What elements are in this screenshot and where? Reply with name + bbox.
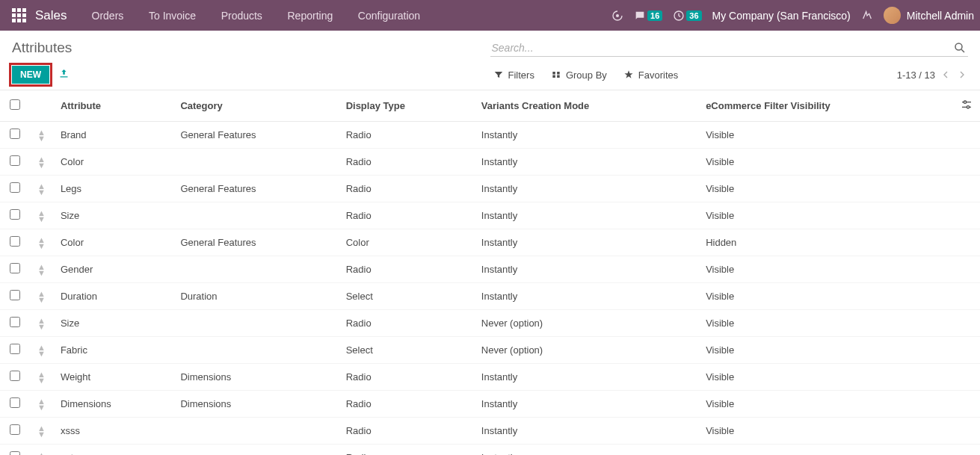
col-ecom[interactable]: eCommerce Filter Visibility xyxy=(698,90,953,122)
row-checkbox[interactable] xyxy=(10,424,20,435)
cell-attribute: Size xyxy=(53,202,173,229)
table-row[interactable]: ▲▼ColorGeneral FeaturesColorInstantlyHid… xyxy=(0,229,980,256)
activities-icon[interactable]: 36 xyxy=(673,10,701,22)
pager-prev-icon[interactable] xyxy=(940,69,952,81)
drag-handle-icon[interactable]: ▲▼ xyxy=(30,122,53,149)
search-icon[interactable] xyxy=(953,41,967,55)
drag-handle-icon[interactable]: ▲▼ xyxy=(30,202,53,229)
messages-icon[interactable]: 16 xyxy=(634,10,662,22)
cell-attribute: Brand xyxy=(53,122,173,149)
menu-products[interactable]: Products xyxy=(221,10,262,22)
drag-handle-icon[interactable]: ▲▼ xyxy=(30,391,53,418)
drag-handle-icon[interactable]: ▲▼ xyxy=(30,229,53,256)
pager-next-icon[interactable] xyxy=(956,69,968,81)
row-checkbox[interactable] xyxy=(10,209,20,220)
drag-handle-icon[interactable]: ▲▼ xyxy=(30,337,53,364)
table-row[interactable]: ▲▼GenderRadioInstantlyVisible xyxy=(0,256,980,283)
table-header-row: Attribute Category Display Type Variants… xyxy=(0,90,980,122)
table-row[interactable]: ▲▼ColorRadioInstantlyVisible xyxy=(0,149,980,176)
cell-ecom: Visible xyxy=(698,310,953,337)
row-checkbox[interactable] xyxy=(10,371,20,381)
menu-reporting[interactable]: Reporting xyxy=(288,10,333,22)
search-input[interactable] xyxy=(492,42,954,54)
control-panel: NEW Filters Group By Favorites 1-13 / 13 xyxy=(0,61,980,90)
company-selector[interactable]: My Company (San Francisco) xyxy=(712,10,851,22)
cell-variants: Instantly xyxy=(474,122,698,149)
cell-variants: Instantly xyxy=(474,176,698,202)
cell-attribute: Weight xyxy=(53,364,173,391)
table-row[interactable]: ▲▼WeightDimensionsRadioInstantlyVisible xyxy=(0,364,980,391)
row-checkbox[interactable] xyxy=(10,317,20,327)
cell-variants: Never (option) xyxy=(474,337,698,364)
apps-icon[interactable] xyxy=(12,8,26,22)
cell-attribute: Size xyxy=(53,310,173,337)
row-checkbox[interactable] xyxy=(10,155,20,166)
menu-orders[interactable]: Orders xyxy=(92,10,124,22)
row-checkbox[interactable] xyxy=(10,290,20,300)
cell-attribute: Gender xyxy=(53,256,173,283)
row-checkbox[interactable] xyxy=(10,451,20,455)
topbar-menu: Orders To Invoice Products Reporting Con… xyxy=(81,10,432,22)
drag-handle-icon[interactable]: ▲▼ xyxy=(30,283,53,310)
col-category[interactable]: Category xyxy=(173,90,338,122)
row-checkbox[interactable] xyxy=(10,344,20,354)
col-attribute[interactable]: Attribute xyxy=(53,90,173,122)
menu-configuration[interactable]: Configuration xyxy=(358,10,420,22)
table-row[interactable]: ▲▼FabricSelectNever (option)Visible xyxy=(0,337,980,364)
table-row[interactable]: ▲▼LegsGeneral FeaturesRadioInstantlyVisi… xyxy=(0,176,980,202)
cell-ecom: Visible xyxy=(698,364,953,391)
cell-attribute: Color xyxy=(53,149,173,176)
cell-variants: Instantly xyxy=(474,418,698,445)
favorites-button[interactable]: Favorites xyxy=(623,69,678,81)
cell-attribute: Legs xyxy=(53,176,173,202)
drag-handle-icon[interactable]: ▲▼ xyxy=(30,310,53,337)
cell-display: Radio xyxy=(339,256,474,283)
table-row[interactable]: ▲▼xsssRadioInstantlyVisible xyxy=(0,418,980,445)
cell-display: Radio xyxy=(339,364,474,391)
row-checkbox[interactable] xyxy=(10,236,20,247)
table-row[interactable]: ▲▼BrandGeneral FeaturesRadioInstantlyVis… xyxy=(0,122,980,149)
pager-text[interactable]: 1-13 / 13 xyxy=(897,69,935,81)
upload-icon[interactable] xyxy=(58,68,70,81)
row-checkbox[interactable] xyxy=(10,397,20,408)
row-checkbox[interactable] xyxy=(10,129,20,139)
col-variants[interactable]: Variants Creation Mode xyxy=(474,90,698,122)
drag-handle-icon[interactable]: ▲▼ xyxy=(30,364,53,391)
cell-attribute: Color xyxy=(53,229,173,256)
search-bar[interactable] xyxy=(490,40,969,57)
brand[interactable]: Sales xyxy=(35,8,67,23)
cell-category xyxy=(173,337,338,364)
user-menu[interactable]: Mitchell Admin xyxy=(884,7,974,24)
cell-ecom xyxy=(698,445,953,456)
cell-ecom: Visible xyxy=(698,283,953,310)
cell-display: Radio xyxy=(339,418,474,445)
cell-ecom: Visible xyxy=(698,176,953,202)
cell-attribute: Duration xyxy=(53,283,173,310)
filters-button[interactable]: Filters xyxy=(493,69,534,81)
svg-point-3 xyxy=(964,101,966,103)
table-row[interactable]: ▲▼DimensionsDimensionsRadioInstantlyVisi… xyxy=(0,391,980,418)
table-row[interactable]: ▲▼SizeRadioNever (option)Visible xyxy=(0,310,980,337)
debug-icon[interactable] xyxy=(861,10,873,22)
groupby-button[interactable]: Group By xyxy=(551,69,607,81)
table-row[interactable]: ▲▼DurationDurationSelectInstantlyVisible xyxy=(0,283,980,310)
drag-handle-icon[interactable]: ▲▼ xyxy=(30,149,53,176)
drag-handle-icon[interactable]: ▲▼ xyxy=(30,176,53,202)
row-checkbox[interactable] xyxy=(10,263,20,273)
col-display-type[interactable]: Display Type xyxy=(339,90,474,122)
table-row[interactable]: ▲▼extraRadioInstantly xyxy=(0,445,980,456)
cell-attribute: Fabric xyxy=(53,337,173,364)
table-row[interactable]: ▲▼SizeRadioInstantlyVisible xyxy=(0,202,980,229)
cell-category: General Features xyxy=(173,122,338,149)
select-all-checkbox[interactable] xyxy=(10,99,20,110)
drag-handle-icon[interactable]: ▲▼ xyxy=(30,418,53,445)
drag-handle-icon[interactable]: ▲▼ xyxy=(30,256,53,283)
new-button[interactable]: NEW xyxy=(12,66,49,84)
optional-fields-toggle[interactable] xyxy=(953,90,980,122)
menu-to-invoice[interactable]: To Invoice xyxy=(149,10,196,22)
support-icon[interactable] xyxy=(611,10,623,22)
row-checkbox[interactable] xyxy=(10,182,20,193)
cell-variants: Instantly xyxy=(474,445,698,456)
svg-point-2 xyxy=(955,43,962,50)
drag-handle-icon[interactable]: ▲▼ xyxy=(30,445,53,456)
